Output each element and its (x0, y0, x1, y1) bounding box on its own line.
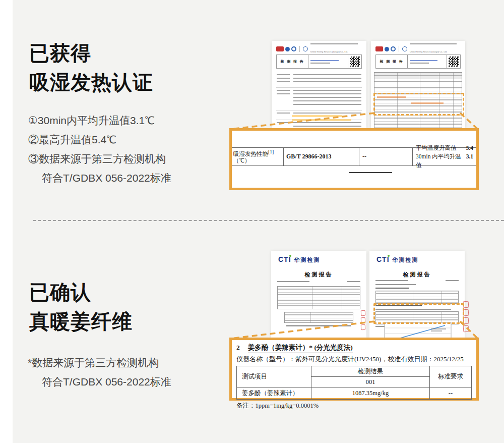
report-number-placeholder (277, 281, 309, 282)
value-row: 平均温度升高值5.4 (416, 144, 473, 152)
text-line (310, 43, 358, 44)
cti-logo-cn: 华测检测 (393, 256, 419, 264)
section-1-table (375, 291, 459, 304)
report-contact-block (308, 55, 348, 68)
section-divider (33, 220, 504, 221)
title-line-1: 已确认 (29, 278, 133, 307)
note-1: *数据来源于第三方检测机构 (28, 353, 171, 372)
label-placeholder (277, 113, 290, 116)
result-table-row: 吸湿发热性能[1]（℃） GB/T 29866-2013 -- 平均温度升高值5… (232, 147, 476, 166)
cti-logo-block: CTI 华测检测 (278, 256, 321, 264)
report-meta-row (277, 281, 360, 282)
cti-logo: CTI (278, 256, 291, 263)
table-row: 姜多酚（姜辣素计） 1087.35mg/kg -- (237, 387, 472, 400)
table-header-shade (374, 73, 462, 79)
item-name: 吸湿发热性能 (233, 151, 268, 157)
remark-line: 备注：1ppm=1mg/kg=0.0001% (236, 402, 472, 410)
accreditation-logos: United Testing Services (Jiangxi) Co., L… (375, 45, 461, 53)
test-report-page-1: United Testing Services (Jiangxi) Co., L… (272, 41, 366, 128)
result-value-cell: 1087.35mg/kg (311, 387, 430, 400)
method-cell: GB/T 29866-2013 (283, 148, 359, 165)
section-number: 2 (236, 344, 240, 352)
bullet-4: 符合T/GDBX 056-2022标准 (28, 169, 171, 188)
cti-logo: CTI (376, 256, 390, 263)
text-line (375, 284, 416, 285)
zoomed-result-callout-bottom: 2 姜多酚（姜辣素计）* (分光光度法) 仪器名称（型号）：紫外可见分光光度计(… (229, 338, 479, 401)
cti-logo-cn: 华测检测 (294, 256, 321, 264)
seal-fragment (361, 317, 366, 323)
footnote-sup: [1] (268, 149, 274, 154)
lab-company-name: United Testing Services (Jiangxi) Co., L… (310, 43, 362, 54)
lab-company-name-en: United Testing Services (Jiangxi) Co., L… (410, 50, 447, 53)
report-title: 检测报告 (271, 271, 366, 279)
title-line-2: 吸湿发热认证 (29, 68, 153, 97)
lab-company-name-en: United Testing Services (Jiangxi) Co., L… (310, 50, 348, 53)
highlight-mark (292, 115, 342, 117)
title-line-2: 真暖姜纤维 (29, 307, 133, 336)
balance-scale-icon (303, 46, 308, 51)
bullet-3: ③数据来源于第三方检测机构 (28, 149, 171, 169)
seal-fragment (361, 324, 366, 330)
item-cell: 姜多酚（姜辣素计） (237, 387, 311, 400)
page-number-placeholder (347, 281, 360, 282)
value-number: 3.1 (466, 152, 473, 170)
column-line (310, 312, 311, 322)
report-header: United Testing Services (Jiangxi) Co., L… (375, 45, 461, 69)
zoom-source-outline (373, 303, 464, 324)
item-unit: （℃） (233, 157, 250, 163)
section-title-fiber: 已确认 真暖姜纤维 (29, 278, 133, 336)
accreditation-logos: United Testing Services (Jiangxi) Co., L… (276, 45, 362, 53)
item-header-cell: 测试项目 (237, 366, 311, 387)
value-label: 平均温度升高值 (416, 144, 457, 152)
balance-scale-icon (402, 46, 407, 51)
cma-logo-icon (375, 46, 383, 51)
red-seal-stamp (361, 310, 365, 330)
label-placeholder (277, 122, 290, 126)
value-number: 5.4 (466, 144, 473, 152)
divider-line (399, 46, 399, 52)
column-line (442, 291, 442, 303)
highlight-mark (292, 119, 351, 121)
text-placeholder (293, 122, 361, 128)
qr-code-icon (449, 57, 459, 67)
text-placeholder (293, 90, 361, 107)
requirement-cell: -- (359, 148, 412, 165)
report-header-table: 检 测 报 告 (276, 54, 362, 69)
result-header-cell: 检测结果 (311, 366, 430, 377)
seal-fragment (463, 325, 469, 333)
short-underline (349, 172, 392, 173)
text-line (410, 63, 429, 64)
form-row (276, 120, 362, 128)
text-placeholder (293, 74, 361, 85)
form-row (276, 88, 362, 110)
instrument-line: 仪器名称（型号）：紫外可见分光光度计(UV2450)，校准有效日期：2025/1… (236, 355, 472, 364)
certification-bullet-list: ①30min内平均升温值3.1℃ ②最高升温值5.4℃ ③数据来源于第三方检测机… (28, 111, 171, 188)
label-placeholder (277, 74, 290, 85)
qr-code-icon (350, 57, 360, 67)
text-line (410, 60, 437, 61)
report-meta-row (375, 280, 459, 281)
report-header-table: 检 测 报 告 (375, 54, 461, 69)
text-line (310, 63, 330, 64)
cnas-logo-icon (285, 47, 290, 51)
zoom-source-outline (373, 93, 464, 116)
ilac-logo-icon (291, 46, 296, 51)
table-row: 测试项目 检测结果 标准要求 (237, 366, 472, 377)
result-table: 测试项目 检测结果 标准要求 001 姜多酚（姜辣素计） 1087.35mg/k… (236, 366, 472, 400)
note-2: 符合T/GDBX 056-2022标准 (28, 372, 171, 392)
lab-company-name: United Testing Services (Jiangxi) Co., L… (410, 43, 461, 54)
cti-report-page-1: CTI 华测检测 检测报告 (271, 251, 366, 338)
cti-report-page-2: CTI 华测检测 检测报告 (369, 251, 465, 338)
zoomed-result-callout-top: 吸湿发热性能[1]（℃） GB/T 29866-2013 -- 平均温度升高值5… (229, 128, 479, 190)
value-row: 30min 内平均升温值3.1 (416, 152, 473, 170)
report-header: United Testing Services (Jiangxi) Co., L… (276, 45, 362, 69)
requirement-cell: -- (430, 387, 472, 400)
divider-line (299, 46, 300, 52)
ilac-logo-icon (391, 46, 396, 51)
seal-fragment (361, 310, 366, 316)
sample-id-cell: 001 (311, 377, 430, 387)
result-item-cell: 吸湿发热性能[1]（℃） (232, 148, 283, 165)
conclusion-table (284, 312, 353, 323)
bullet-2: ②最高升温值5.4℃ (28, 130, 171, 149)
value-label: 30min 内平均升温值 (416, 152, 466, 170)
